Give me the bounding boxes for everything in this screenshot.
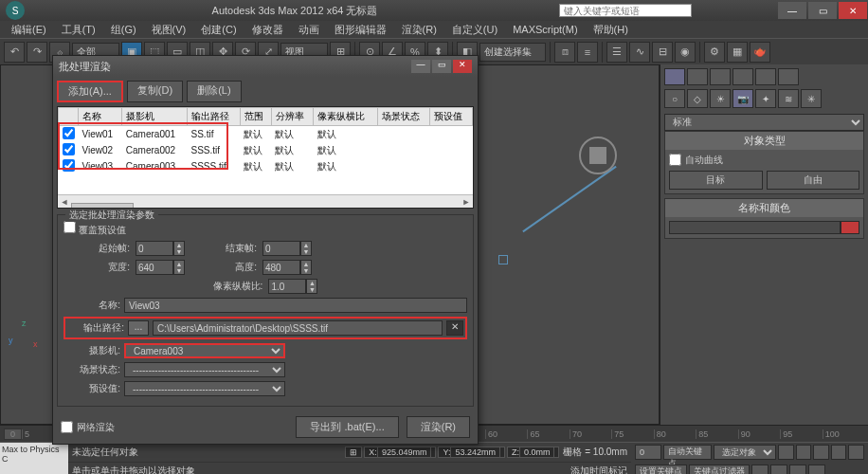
- delete-button[interactable]: 删除(L): [187, 81, 241, 102]
- maximize-button[interactable]: ▭: [808, 2, 837, 19]
- browse-button[interactable]: ...: [128, 320, 149, 336]
- layer-icon[interactable]: ☰: [606, 42, 627, 63]
- systems-icon[interactable]: ✳: [801, 89, 822, 108]
- script-listener[interactable]: Max to Physics C: [0, 443, 68, 474]
- render-frame-icon[interactable]: ▦: [727, 42, 748, 63]
- spinner-icon[interactable]: ▲▼: [306, 279, 317, 294]
- autogrid-checkbox[interactable]: 自动曲线: [669, 154, 859, 167]
- shapes-icon[interactable]: ◇: [687, 89, 708, 108]
- setkey-button[interactable]: 设置关键点: [635, 465, 687, 474]
- menu-graph[interactable]: 图形编辑器: [327, 23, 394, 37]
- close-button[interactable]: ✕: [839, 2, 867, 19]
- subcategory-dropdown[interactable]: 标准: [664, 114, 864, 131]
- row-checkbox[interactable]: [63, 159, 75, 172]
- align-icon[interactable]: ≡: [577, 42, 598, 63]
- target-button[interactable]: 目标: [669, 171, 763, 190]
- play-icon[interactable]: [813, 445, 829, 460]
- dialog-maximize-button[interactable]: ▭: [432, 60, 451, 73]
- add-button[interactable]: 添加(A)...: [57, 81, 123, 102]
- scene-state-dropdown[interactable]: ----------------------------------------: [124, 362, 285, 377]
- nav-max-icon[interactable]: [808, 465, 825, 474]
- menu-view[interactable]: 视图(V): [144, 23, 194, 37]
- table-row[interactable]: View01Camera001SS.tif默认默认默认: [59, 126, 473, 143]
- undo-icon[interactable]: ↶: [4, 42, 25, 63]
- material-icon[interactable]: ◉: [675, 42, 696, 63]
- nav-orbit-icon[interactable]: [789, 465, 806, 474]
- par-input[interactable]: [268, 279, 306, 294]
- table-row[interactable]: View02Camera002SSS.tif默认默认默认: [59, 142, 473, 158]
- camera-dropdown[interactable]: Camera003: [124, 343, 285, 358]
- minimize-button[interactable]: —: [778, 2, 806, 19]
- play-end-icon[interactable]: [848, 445, 864, 460]
- coord-toggle-icon[interactable]: ⊞: [345, 447, 362, 458]
- table-row[interactable]: View03Camera003SSSS.tif默认默认默认: [59, 158, 473, 174]
- dialog-titlebar[interactable]: 批处理渲染 — ▭ ✕: [53, 56, 478, 77]
- spinner-icon[interactable]: ▲▼: [300, 241, 312, 256]
- width-input[interactable]: [136, 260, 173, 275]
- override-checkbox[interactable]: 覆盖预设值: [63, 221, 126, 237]
- tab-create[interactable]: [664, 68, 685, 85]
- search-input[interactable]: [559, 4, 692, 17]
- menu-custom[interactable]: 自定义(U): [444, 23, 505, 37]
- dialog-minimize-button[interactable]: —: [411, 60, 430, 73]
- menu-help[interactable]: 帮助(H): [586, 23, 636, 37]
- autokey-button[interactable]: 自动关键点: [663, 445, 712, 460]
- tab-motion[interactable]: [732, 68, 753, 85]
- free-button[interactable]: 自由: [767, 171, 860, 190]
- key-target-dropdown[interactable]: 选定对象: [714, 445, 776, 460]
- menu-tools[interactable]: 工具(T): [54, 23, 103, 37]
- render-setup-icon[interactable]: ⚙: [704, 42, 725, 63]
- play-prev-icon[interactable]: [796, 445, 812, 460]
- menu-modifier[interactable]: 修改器: [244, 23, 291, 37]
- output-path-input[interactable]: [153, 320, 443, 336]
- spinner-icon[interactable]: ▲▼: [173, 260, 185, 275]
- spinner-icon[interactable]: ▲▼: [173, 241, 185, 256]
- play-start-icon[interactable]: [778, 445, 794, 460]
- mirror-icon[interactable]: ⧈: [554, 42, 575, 63]
- time-tag[interactable]: 添加时间标记: [570, 465, 627, 474]
- redo-icon[interactable]: ↷: [27, 42, 47, 63]
- schematic-icon[interactable]: ⊟: [652, 42, 673, 63]
- lights-icon[interactable]: ☀: [710, 89, 731, 108]
- nav-zoom-icon[interactable]: [770, 465, 787, 474]
- table-scrollbar[interactable]: ◄►: [58, 194, 473, 208]
- spacewarps-icon[interactable]: ≋: [778, 89, 799, 108]
- curve-editor-icon[interactable]: ∿: [629, 42, 650, 63]
- play-next-icon[interactable]: [831, 445, 847, 460]
- object-color-swatch[interactable]: [841, 221, 859, 234]
- views-table[interactable]: 名称 摄影机 输出路径 范围 分辨率 像素纵横比 场景状态 预设值 View01…: [57, 106, 474, 209]
- export-bat-button[interactable]: 导出到 .bat(E)...: [296, 416, 398, 438]
- tab-modify[interactable]: [687, 68, 708, 85]
- tab-hierarchy[interactable]: [710, 68, 731, 85]
- tab-utilities[interactable]: [778, 68, 799, 85]
- clear-path-button[interactable]: ✕: [446, 320, 463, 336]
- key-filter-button[interactable]: 关键点过滤器: [689, 465, 750, 474]
- menu-maxscript[interactable]: MAXScript(M): [505, 24, 585, 35]
- menu-group[interactable]: 组(G): [103, 23, 144, 37]
- height-input[interactable]: [262, 260, 300, 275]
- geometry-icon[interactable]: ○: [664, 89, 685, 108]
- menu-anim[interactable]: 动画: [291, 23, 327, 37]
- preset-dropdown[interactable]: ----------------------------------------: [124, 381, 285, 396]
- cameras-icon[interactable]: 📷: [732, 89, 753, 108]
- name-input[interactable]: [124, 298, 467, 313]
- frame-input[interactable]: [635, 445, 661, 460]
- row-checkbox[interactable]: [63, 143, 75, 155]
- dialog-close-button[interactable]: ✕: [453, 60, 472, 73]
- render-button[interactable]: 渲染(R): [407, 416, 470, 438]
- render-icon[interactable]: 🫖: [750, 42, 770, 63]
- row-checkbox[interactable]: [63, 127, 75, 139]
- start-frame-input[interactable]: [136, 241, 173, 256]
- nav-pan-icon[interactable]: [751, 465, 769, 474]
- end-frame-input[interactable]: [262, 241, 300, 256]
- menu-edit[interactable]: 编辑(E): [4, 23, 54, 37]
- named-sel-dropdown[interactable]: 创建选择集: [479, 43, 546, 62]
- camera-target[interactable]: [498, 255, 508, 264]
- helpers-icon[interactable]: ✦: [755, 89, 776, 108]
- camera-gizmo[interactable]: [579, 137, 617, 174]
- duplicate-button[interactable]: 复制(D): [127, 81, 183, 102]
- spinner-icon[interactable]: ▲▼: [300, 260, 312, 275]
- menu-create[interactable]: 创建(C): [193, 23, 244, 37]
- menu-render[interactable]: 渲染(R): [394, 23, 444, 37]
- object-name-field[interactable]: [669, 221, 841, 234]
